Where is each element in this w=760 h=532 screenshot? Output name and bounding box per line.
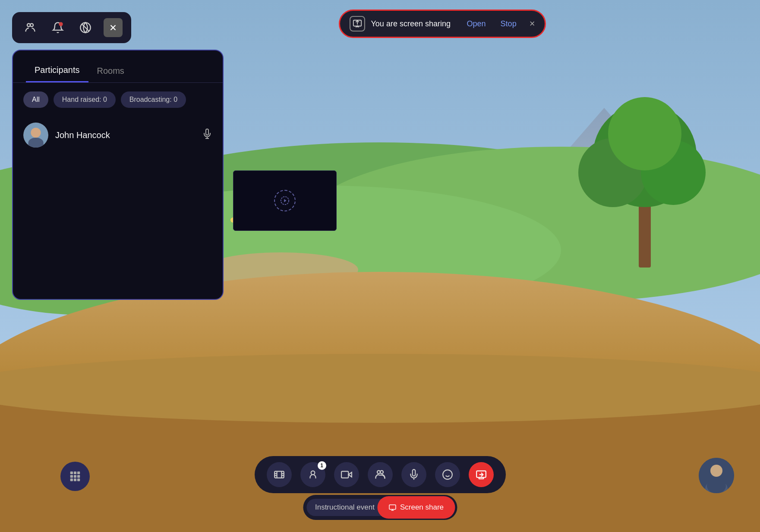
svg-rect-52 (341, 471, 348, 478)
svg-rect-38 (70, 475, 73, 478)
svg-point-51 (311, 471, 315, 475)
svg-rect-39 (74, 475, 76, 478)
mic-btn[interactable] (401, 462, 426, 487)
filter-row: All Hand raised: 0 Broadcasting: 0 (13, 83, 223, 116)
svg-point-54 (380, 471, 383, 474)
label-wrapper: Instructional event Screen share (303, 495, 457, 520)
people-count-btn[interactable]: 1 (300, 462, 325, 487)
svg-marker-34 (284, 199, 287, 202)
screen-share-btn[interactable] (469, 462, 494, 487)
svg-rect-41 (70, 478, 73, 481)
video-thumbnail[interactable] (233, 170, 337, 231)
svg-rect-44 (274, 471, 284, 478)
svg-rect-66 (389, 505, 396, 510)
svg-rect-35 (70, 472, 73, 474)
svg-point-56 (443, 470, 452, 479)
svg-rect-40 (77, 475, 80, 478)
svg-rect-42 (74, 478, 76, 481)
emoji-btn[interactable] (435, 462, 460, 487)
screen-share-label-text: Screen share (400, 503, 444, 512)
svg-rect-43 (77, 478, 80, 481)
people-icon-btn[interactable] (21, 18, 40, 37)
svg-rect-36 (74, 472, 76, 474)
filter-broadcasting[interactable]: Broadcasting: 0 (121, 91, 186, 108)
svg-point-27 (59, 22, 63, 26)
filter-hand-raised[interactable]: Hand raised: 0 (54, 91, 116, 108)
group-btn[interactable] (368, 462, 393, 487)
network-icon-btn[interactable] (76, 18, 95, 37)
screen-sharing-text: You are screen sharing (371, 19, 457, 28)
svg-point-16 (608, 97, 681, 170)
people-badge: 1 (318, 461, 326, 470)
svg-rect-60 (479, 478, 483, 479)
mic-icon (202, 129, 212, 142)
svg-rect-37 (77, 472, 80, 474)
stop-button[interactable]: Stop (496, 18, 521, 30)
film-btn[interactable] (267, 462, 292, 487)
participant-row: John Hancock (13, 116, 223, 154)
top-toolbar (12, 12, 131, 43)
close-toolbar-btn[interactable] (104, 18, 123, 37)
instructional-event-label: Instructional event (306, 499, 383, 516)
sidebar-panel: Participants Rooms All Hand raised: 0 Br… (12, 50, 224, 300)
participant-name: John Hancock (55, 130, 195, 140)
bottom-toolbar: 1 (255, 456, 506, 493)
open-button[interactable]: Open (463, 18, 490, 30)
play-button[interactable] (274, 190, 296, 211)
svg-point-65 (707, 478, 726, 493)
screen-share-notification: You are screen sharing Open Stop × (339, 9, 546, 38)
camera-btn[interactable] (334, 462, 359, 487)
tab-participants[interactable]: Participants (26, 61, 88, 82)
close-button[interactable]: × (530, 18, 535, 29)
filter-all[interactable]: All (23, 91, 48, 108)
screen-share-label[interactable]: Screen share (379, 497, 454, 517)
bottom-labels: Instructional event Screen share (303, 495, 457, 520)
apps-button[interactable] (60, 462, 90, 491)
avatar (23, 123, 48, 148)
svg-point-11 (0, 354, 760, 423)
svg-point-25 (30, 24, 33, 27)
sidebar-tabs: Participants Rooms (13, 50, 223, 83)
upload-icon (350, 16, 365, 31)
bell-icon-btn[interactable] (48, 18, 67, 37)
svg-point-63 (710, 465, 722, 477)
tab-rooms[interactable]: Rooms (88, 61, 133, 82)
user-avatar-bottom-right (699, 458, 734, 493)
